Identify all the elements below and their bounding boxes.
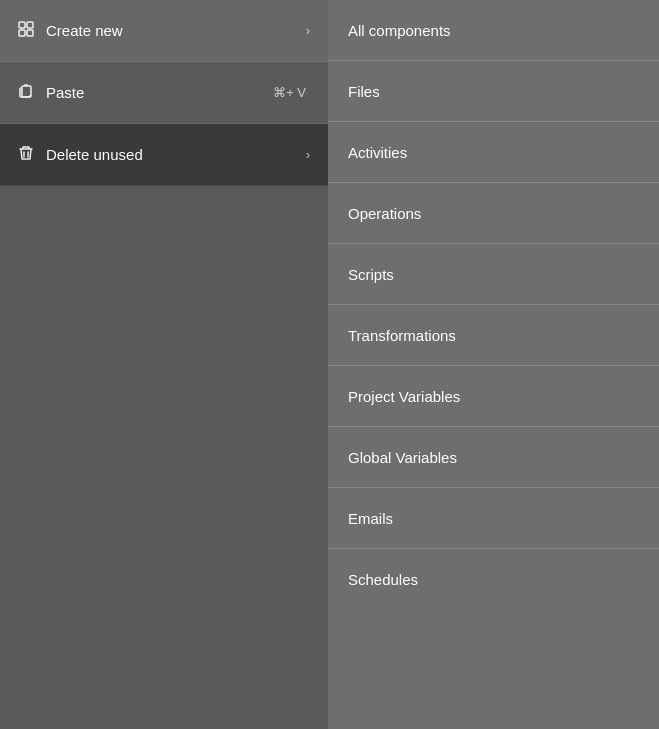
scripts-label: Scripts [348,266,394,283]
files-label: Files [348,83,380,100]
paste-icon [18,83,34,102]
secondary-menu-item-global-variables[interactable]: Global Variables [328,427,659,488]
all-components-label: All components [348,22,451,39]
context-menu: Create new› Paste⌘+ V Delete unused› All… [0,0,659,729]
project-variables-label: Project Variables [348,388,460,405]
svg-rect-1 [27,22,33,28]
paste-shortcut: ⌘+ V [273,85,306,100]
secondary-menu-item-project-variables[interactable]: Project Variables [328,366,659,427]
secondary-menu: All componentsFilesActivitiesOperationsS… [328,0,659,729]
global-variables-label: Global Variables [348,449,457,466]
svg-rect-2 [19,30,25,36]
create-new-icon [18,21,34,40]
secondary-menu-item-schedules[interactable]: Schedules [328,549,659,610]
paste-label: Paste [46,84,273,101]
transformations-label: Transformations [348,327,456,344]
primary-menu-item-delete-unused[interactable]: Delete unused› [0,124,328,186]
create-new-label: Create new [46,22,306,39]
secondary-menu-item-files[interactable]: Files [328,61,659,122]
create-new-chevron-icon: › [306,23,310,38]
delete-unused-icon [18,145,34,164]
emails-label: Emails [348,510,393,527]
secondary-menu-item-activities[interactable]: Activities [328,122,659,183]
primary-menu-item-create-new[interactable]: Create new› [0,0,328,62]
secondary-menu-item-operations[interactable]: Operations [328,183,659,244]
activities-label: Activities [348,144,407,161]
primary-menu-item-paste[interactable]: Paste⌘+ V [0,62,328,124]
primary-menu: Create new› Paste⌘+ V Delete unused› [0,0,328,729]
svg-rect-0 [19,22,25,28]
svg-rect-3 [27,30,33,36]
secondary-menu-item-scripts[interactable]: Scripts [328,244,659,305]
schedules-label: Schedules [348,571,418,588]
secondary-menu-item-transformations[interactable]: Transformations [328,305,659,366]
secondary-menu-item-emails[interactable]: Emails [328,488,659,549]
secondary-menu-item-all-components[interactable]: All components [328,0,659,61]
operations-label: Operations [348,205,421,222]
delete-unused-chevron-icon: › [306,147,310,162]
delete-unused-label: Delete unused [46,146,306,163]
